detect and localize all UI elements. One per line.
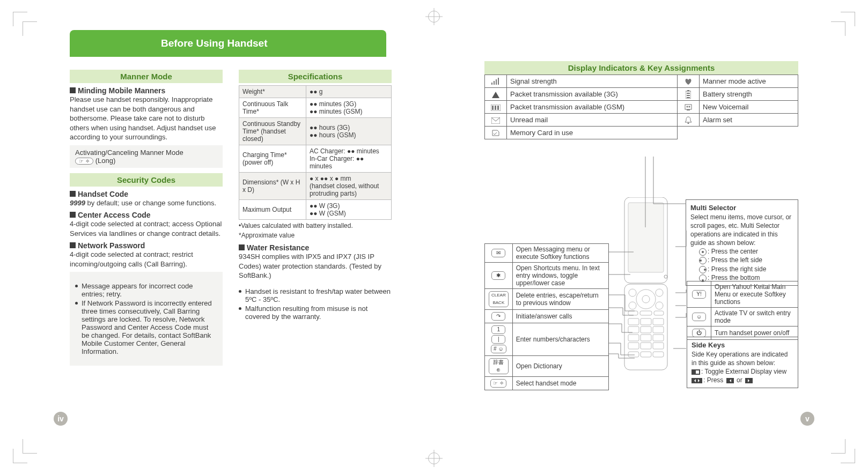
- spec-foot2: *Approximate value: [239, 232, 392, 239]
- svg-rect-36: [628, 326, 639, 333]
- svg-rect-12: [495, 106, 496, 110]
- ind-text: Battery strength: [700, 88, 798, 101]
- ind-text: Manner mode active: [700, 75, 798, 88]
- side-lr-icon: [692, 378, 702, 383]
- crop-mark: [831, 21, 845, 36]
- multi-ttl: Multi Selector: [690, 203, 793, 213]
- ind-icon-tri: [485, 88, 507, 101]
- ind-text: Signal strength: [507, 75, 678, 88]
- side-ttl: Side Keys: [692, 340, 793, 350]
- ind-icon-bell: [678, 114, 700, 127]
- sec-b2: 4-digit code selected at contract; acces…: [70, 219, 223, 238]
- manner-callout: Activating/Canceling Manner Mode ☞ ✧(Lon…: [70, 145, 223, 168]
- sec-h3: Network Password: [78, 241, 145, 250]
- ind-text: Memory Card in use: [507, 127, 678, 139]
- spec-label: Continuous Standby Time* (handset closed…: [239, 118, 306, 145]
- sec-note2: If Network Password is incorrectly enter…: [75, 299, 217, 355]
- security-hd: Security Codes: [70, 173, 223, 187]
- svg-point-24: [636, 290, 656, 309]
- crop-mark: [23, 439, 37, 454]
- svg-rect-9: [687, 97, 690, 98]
- svg-rect-13: [497, 106, 499, 110]
- wr-b2: Malfunction resulting from misuse is not…: [239, 305, 392, 321]
- sec-def: 9999: [70, 199, 85, 207]
- square-icon: [70, 212, 76, 218]
- key-icon-mode: ☞ ✧: [485, 377, 513, 390]
- spec-value: ●● g: [306, 86, 391, 98]
- svg-rect-1: [494, 81, 495, 85]
- svg-rect-46: [641, 352, 651, 357]
- selector-left-icon: [699, 257, 707, 264]
- left-page: Before Using Handset Manner Mode Minding…: [70, 30, 397, 366]
- manner-body: Please use handset responsibly. Inapprop…: [70, 95, 223, 142]
- svg-point-28: [629, 302, 636, 309]
- svg-point-25: [642, 295, 650, 303]
- svg-rect-2: [496, 79, 497, 85]
- wr-body: 934SH complies with IPX5 and IPX7 (JIS I…: [239, 252, 392, 280]
- svg-rect-15: [687, 109, 690, 110]
- display-ind-table: Signal strengthManner mode activePacket …: [484, 75, 798, 139]
- svg-rect-34: [641, 318, 651, 325]
- svg-rect-30: [640, 311, 652, 315]
- spec-foot1: Values calculated with battery installed…: [241, 222, 353, 229]
- key-desc: Open Shortcuts menu. In text entry windo…: [512, 263, 608, 289]
- side-display-icon: [692, 369, 700, 375]
- spec-table: Weight*●● gContinuous Talk Time*●● minut…: [239, 85, 392, 220]
- svg-rect-35: [653, 318, 664, 325]
- key-icon-clear: CLEARBACK: [485, 289, 513, 310]
- ind-icon-bat: [678, 88, 700, 101]
- svg-point-22: [664, 275, 667, 278]
- spec-label: Continuous Talk Time*: [239, 98, 306, 118]
- ind-icon-mail: [485, 114, 507, 127]
- multi-b: : Press the bottom: [708, 274, 760, 281]
- multi-body: Select menu items, move cursor, or scrol…: [690, 213, 793, 248]
- manner-call-line2: (Long): [95, 157, 116, 165]
- right-key-table: Y!Open Yahoo! Keitai Main Menu or execut…: [687, 281, 798, 340]
- side-left-btn-icon: [726, 378, 734, 383]
- svg-rect-44: [653, 343, 664, 349]
- selector-right-icon: [699, 266, 707, 273]
- wr-hd: Water Resistance: [247, 243, 309, 252]
- page-spread: Before Using Handset Manner Mode Minding…: [0, 0, 868, 475]
- selector-bottom-icon: [699, 274, 707, 282]
- svg-rect-32: [654, 311, 664, 315]
- svg-point-27: [656, 289, 663, 296]
- sec-b3: 4-digit code selected at contract; restr…: [70, 250, 223, 269]
- spec-label: Charging Time* (power off): [239, 145, 306, 173]
- crop-mark: [831, 439, 845, 454]
- svg-rect-43: [641, 343, 651, 349]
- chapter-tab: Before Using Handset: [70, 30, 386, 57]
- svg-point-19: [688, 123, 689, 124]
- key-desc: Delete entries, escape/return to previou…: [512, 289, 608, 310]
- svg-point-29: [656, 302, 663, 309]
- svg-rect-45: [628, 352, 639, 357]
- selector-center-icon: [699, 248, 707, 256]
- key-desc: Open Dictionary: [512, 356, 608, 377]
- key-desc: Activate TV or switch entry mode: [711, 308, 798, 326]
- side-b1: : Press: [703, 376, 723, 384]
- svg-rect-33: [628, 318, 639, 325]
- ind-text: Unread mail: [507, 114, 678, 127]
- side-body: Side Key operations are indicated in thi…: [692, 350, 793, 367]
- spec-value: ● x ●● x ● mm(handset closed, without pr…: [306, 173, 391, 200]
- spec-value: ●● minutes (3G)●● minutes (GSM): [306, 98, 391, 118]
- ind-icon-heart: [678, 75, 700, 88]
- registration-mark: [428, 452, 440, 464]
- side-keys-box: Side Keys Side Key operations are indica…: [687, 337, 798, 388]
- svg-rect-6: [687, 90, 689, 91]
- square-icon: [70, 191, 76, 197]
- svg-point-17: [689, 106, 690, 108]
- side-right-btn-icon: [745, 378, 753, 383]
- svg-rect-7: [687, 93, 690, 94]
- display-hd: Display Indicators & Key Assignments: [484, 61, 798, 75]
- crop-mark: [23, 21, 37, 36]
- ind-text: New Voicemail: [700, 101, 798, 114]
- col-manner-security: Manner Mode Minding Mobile Manners Pleas…: [70, 66, 223, 366]
- ind-icon-card: [485, 127, 507, 139]
- sec-h2: Center Access Code: [78, 211, 151, 219]
- svg-rect-39: [628, 335, 639, 341]
- multi-selector-box: Multi Selector Select menu items, move c…: [686, 199, 798, 286]
- square-icon: [239, 244, 245, 250]
- right-page: Display Indicators & Key Assignments Sig…: [484, 61, 798, 391]
- col-spec: Specifications Weight*●● gContinuous Tal…: [239, 66, 392, 366]
